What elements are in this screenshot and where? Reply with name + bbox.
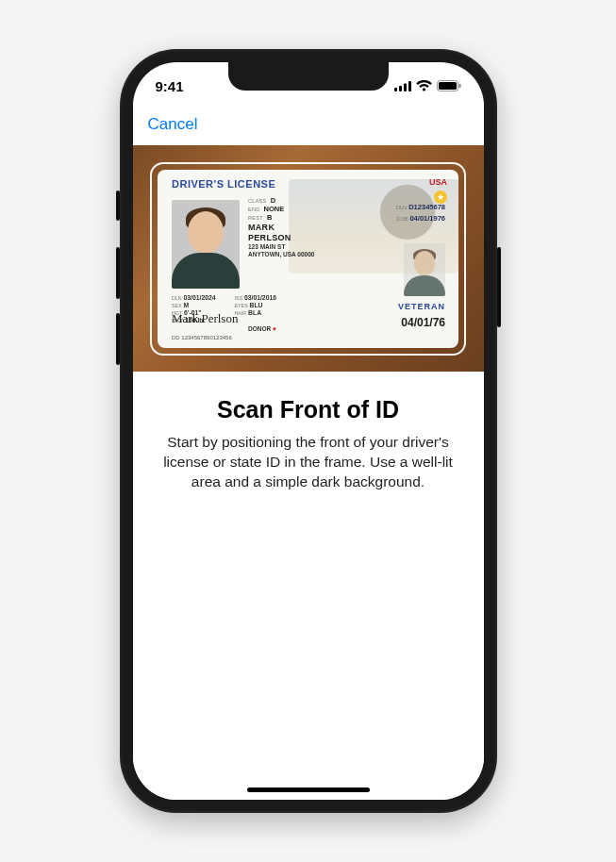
id-scan-frame: DRIVER'S LICENSE USA ★ DLN D12345678 DOB… <box>150 162 466 356</box>
heart-icon: ♥ <box>273 325 276 332</box>
id-big-date: 04/01/76 <box>401 316 445 329</box>
svg-rect-0 <box>394 88 397 91</box>
drivers-license-card: DRIVER'S LICENSE USA ★ DLN D12345678 DOB… <box>158 170 458 348</box>
id-ghost-photo <box>404 243 445 296</box>
instruction-body: Start by positioning the front of your d… <box>159 433 458 492</box>
modal-nav-bar: Cancel <box>133 104 484 145</box>
volume-down-button <box>116 313 120 365</box>
wifi-icon <box>416 80 432 91</box>
camera-viewfinder[interactable]: DRIVER'S LICENSE USA ★ DLN D12345678 DOB… <box>133 145 484 372</box>
volume-up-button <box>116 247 120 299</box>
phone-screen: 9:41 Cancel <box>133 62 484 800</box>
side-power-button <box>497 247 501 327</box>
id-donor: DONOR ♥ <box>248 325 276 332</box>
id-last-name: MARK <box>248 223 314 233</box>
svg-rect-6 <box>458 84 460 88</box>
id-primary-photo <box>172 200 240 289</box>
id-country: USA <box>429 177 447 187</box>
device-frame: 9:41 Cancel <box>120 49 497 813</box>
status-time: 9:41 <box>156 78 184 94</box>
status-indicators <box>394 80 461 91</box>
svg-rect-2 <box>404 83 407 91</box>
id-dln: DLN D12345678 <box>396 203 445 211</box>
id-address-line1: 123 MAIN ST <box>248 243 314 251</box>
svg-rect-1 <box>399 86 402 91</box>
instruction-headline: Scan Front of ID <box>159 396 458 423</box>
device-notch <box>228 62 389 91</box>
id-main-fields: CLASS D END NONE REST B MARK PERLSON 123… <box>248 196 314 259</box>
svg-rect-3 <box>408 81 411 91</box>
home-indicator[interactable] <box>247 787 370 792</box>
instruction-panel: Scan Front of ID Start by positioning th… <box>133 372 484 800</box>
id-dd: DD 1234567890123456 <box>172 335 232 340</box>
mute-switch <box>116 191 120 221</box>
battery-icon <box>437 80 461 91</box>
svg-rect-5 <box>439 82 457 90</box>
real-id-star-icon: ★ <box>434 191 447 204</box>
id-signature: Mark Perlson <box>172 311 238 326</box>
id-title: DRIVER'S LICENSE <box>172 178 275 190</box>
id-dob: DOB 04/01/1976 <box>396 214 445 223</box>
cellular-icon <box>394 81 411 91</box>
id-address-line2: ANYTOWN, USA 00000 <box>248 251 314 258</box>
id-first-name: PERLSON <box>248 233 314 243</box>
id-veteran: VETERAN <box>398 302 445 311</box>
cancel-button[interactable]: Cancel <box>148 115 198 134</box>
